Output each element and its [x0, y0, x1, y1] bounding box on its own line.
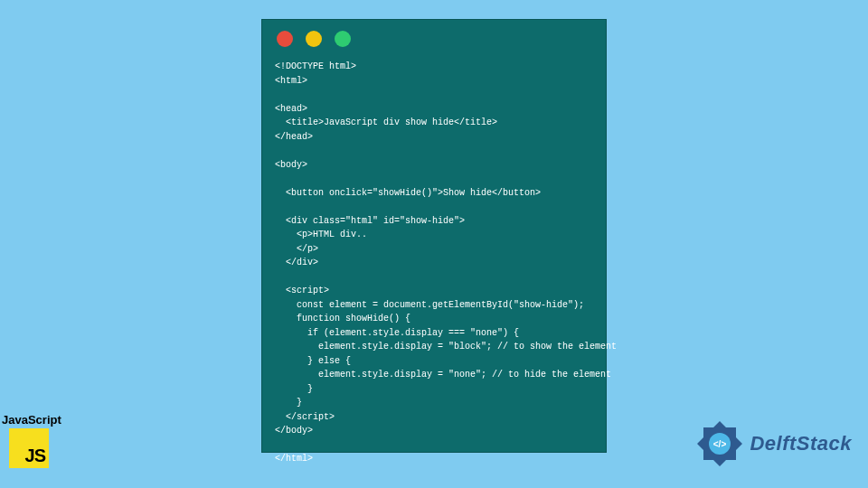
- delftstack-icon: </>: [695, 419, 744, 468]
- javascript-badge: JavaScript JS: [0, 413, 72, 468]
- javascript-label: JavaScript: [2, 413, 72, 427]
- javascript-logo-text: JS: [25, 446, 45, 466]
- code-editor-window: <!DOCTYPE html> <html> <head> <title>Jav…: [261, 19, 607, 453]
- javascript-logo-icon: JS: [9, 428, 49, 468]
- window-controls: [277, 31, 593, 47]
- code-content: <!DOCTYPE html> <html> <head> <title>Jav…: [275, 60, 593, 466]
- close-icon: [277, 31, 293, 47]
- svg-text:</>: </>: [713, 439, 727, 449]
- minimize-icon: [306, 31, 322, 47]
- delftstack-text: DelftStack: [750, 432, 852, 455]
- maximize-icon: [335, 31, 351, 47]
- delftstack-logo: </> DelftStack: [695, 419, 852, 468]
